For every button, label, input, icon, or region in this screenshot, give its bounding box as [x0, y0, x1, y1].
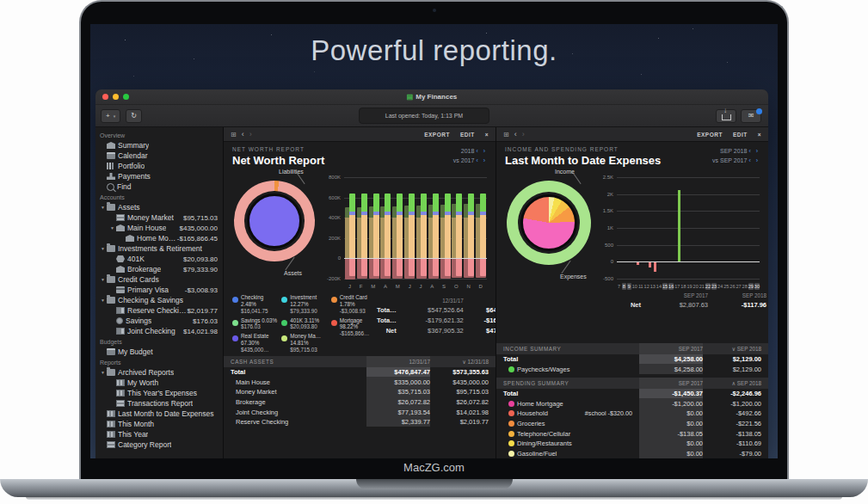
sidebar-item-archived-reports[interactable]: ▼Archived Reports [95, 367, 223, 378]
legend-item[interactable]: 401K 3.11%$20,093.80 [281, 317, 327, 331]
month-bar-group[interactable] [416, 177, 428, 279]
day-bar[interactable] [649, 262, 651, 267]
period-arrows[interactable]: ‹ › [748, 148, 760, 154]
grid-view-icon[interactable]: ⊞ [503, 131, 509, 138]
legend-item[interactable]: Mortgage 98.22%-$165,866… [331, 317, 377, 338]
table-col2-header[interactable]: ∧ SEP 2018 [703, 378, 768, 389]
net-worth-pie-chart[interactable]: LiabilitiesAssets [225, 169, 322, 291]
messages-button[interactable]: ✉ [741, 109, 761, 123]
legend-item[interactable]: Money Ma… 14.81%$95,715.03 [281, 333, 327, 353]
sidebar-item-home-mortgage[interactable]: Home Mortgage-$165,866.45 [95, 233, 223, 243]
month-bar-group[interactable] [451, 177, 463, 279]
export-button[interactable]: EXPORT [424, 132, 450, 138]
net-worth-bar-chart[interactable]: 800K600K400K200K0-200KJFMAMJJASOND [322, 175, 490, 291]
table-row[interactable]: Total$476,847.47$573,355.63 [224, 367, 496, 378]
month-bar-group[interactable] [368, 177, 380, 279]
sidebar-item-brokerage[interactable]: Brokerage$79,333.90 [95, 264, 223, 274]
sidebar-item-reserve-checking[interactable]: Reserve Checking$2,019.77 [95, 305, 223, 316]
table-row[interactable]: Total$4,258.00$2,129.00 [496, 354, 768, 365]
table-row[interactable]: Paychecks/Wages$4,258.00$2,129.00 [496, 364, 768, 374]
sidebar-item-this-year-s-expenses[interactable]: This Year's Expenses [95, 388, 223, 398]
table-row[interactable]: Home Mortgage-$1,200.00-$1,200.00 [496, 398, 768, 409]
sidebar-item-joint-checking[interactable]: Joint Checking$14,021.98 [95, 326, 223, 336]
table-row[interactable]: Telephone/Cellular-$138.05-$138.05 [496, 428, 768, 439]
legend-item[interactable]: Savings 0.03%$176.03 [232, 317, 278, 331]
period-arrows[interactable]: ‹ › [476, 148, 487, 154]
table-col2-header[interactable]: ∨ SEP 2018 [703, 343, 768, 354]
back-arrow-icon[interactable]: ‹ [514, 131, 517, 138]
day-bar[interactable] [654, 262, 656, 272]
sidebar-item-transactions-report[interactable]: Transactions Report [95, 398, 223, 409]
table-row[interactable]: Household#school -$320.00$0.00-$492.66 [496, 409, 768, 419]
disclosure-triangle-icon[interactable]: ▼ [99, 370, 107, 375]
sidebar-item-main-house[interactable]: ▼Main House$435,000.00 [95, 223, 223, 233]
day-bar[interactable] [637, 262, 639, 264]
disclosure-triangle-icon[interactable]: ▼ [99, 298, 107, 303]
table-col1-header[interactable]: 12/31/17 [366, 356, 430, 367]
period-arrows[interactable]: ‹ › [748, 157, 760, 163]
month-bar-group[interactable] [428, 177, 440, 279]
month-bar-group[interactable] [344, 177, 356, 279]
sidebar-item-this-year[interactable]: This Year [95, 429, 223, 439]
table-col1-header[interactable]: SEP 2017 [639, 343, 703, 354]
sidebar-item-find[interactable]: Find [95, 181, 223, 192]
table-col1-header[interactable]: SEP 2017 [639, 378, 703, 389]
edit-button[interactable]: EDIT [733, 132, 748, 138]
sidebar-item-money-market[interactable]: Money Market$95,715.03 [95, 212, 223, 223]
legend-item[interactable]: Investment 12.27%$79,333.90 [281, 294, 327, 315]
sidebar-item-calendar[interactable]: Calendar [95, 151, 223, 161]
sidebar-item-401k[interactable]: 401K$20,093.80 [95, 254, 223, 264]
table-row[interactable]: Gasoline/Fuel$0.00-$79.00 [496, 448, 768, 458]
refresh-button[interactable]: ↻ [126, 109, 142, 123]
sidebar-item-assets[interactable]: ▼Assets [95, 202, 223, 212]
sidebar-item-portfolio[interactable]: Portfolio [95, 161, 223, 171]
sidebar-item-savings[interactable]: Savings$176.03 [95, 316, 223, 326]
month-bar-group[interactable] [391, 177, 403, 279]
disclosure-triangle-icon[interactable]: ▼ [99, 246, 107, 251]
add-account-button[interactable]: +▾ [101, 109, 120, 123]
table-row[interactable]: Main House$335,000.00$435,000.00 [224, 377, 496, 387]
table-row[interactable]: Total-$1,450.37-$2,246.96 [496, 389, 768, 399]
sidebar-item-my-worth[interactable]: My Worth [95, 378, 223, 388]
close-panel-icon[interactable]: × [485, 132, 489, 138]
edit-button[interactable]: EDIT [460, 132, 475, 138]
disclosure-triangle-icon[interactable]: ▼ [99, 277, 107, 282]
sidebar-item-primary-visa[interactable]: Primary Visa-$3,008.93 [95, 285, 223, 295]
sidebar-item-this-month[interactable]: This Month [95, 419, 223, 429]
grid-view-icon[interactable]: ⊞ [231, 131, 237, 138]
month-bar-group[interactable] [475, 177, 487, 279]
sidebar-item-credit-cards[interactable]: ▼Credit Cards [95, 274, 223, 285]
expenses-bar-chart[interactable]: 2.5K2K1.5K1K5000-50078910111213141516171… [594, 175, 763, 291]
table-row[interactable]: Joint Checking$77,193.54$14,021.98 [224, 407, 496, 417]
legend-item[interactable]: Real Estate 67.30%$435,000… [232, 333, 278, 353]
disclosure-triangle-icon[interactable]: ▼ [108, 225, 116, 230]
forward-arrow-icon[interactable]: › [249, 131, 252, 138]
month-bar-group[interactable] [440, 177, 452, 279]
period-arrows[interactable]: ‹ › [476, 157, 487, 163]
month-bar-group[interactable] [403, 177, 416, 279]
day-bar[interactable] [678, 190, 680, 261]
sidebar-item-payments[interactable]: Payments [95, 171, 223, 181]
back-arrow-icon[interactable]: ‹ [242, 131, 244, 138]
table-row[interactable]: Brokerage$26,072.82$26,072.82 [224, 397, 496, 408]
import-button[interactable] [716, 109, 736, 123]
sidebar-item-last-month-to-date-expenses[interactable]: Last Month to Date Expenses [95, 409, 223, 419]
sidebar-item-checking-savings[interactable]: ▼Checking & Savings [95, 295, 223, 305]
month-bar-group[interactable] [356, 177, 368, 279]
table-col2-header[interactable]: ∨ 12/31/18 [430, 356, 496, 367]
export-button[interactable]: EXPORT [697, 132, 723, 138]
legend-item[interactable]: Credit Card 1.78%-$3,008.93 [331, 294, 377, 315]
close-panel-icon[interactable]: × [758, 132, 761, 138]
disclosure-triangle-icon[interactable]: ▼ [99, 205, 107, 210]
table-row[interactable]: Groceries$0.00-$221.56 [496, 419, 768, 429]
sidebar-item-category-report[interactable]: Category Report [95, 439, 223, 450]
sidebar-item-investments-retirement[interactable]: ▼Investments & Retirement [95, 243, 223, 254]
table-row[interactable]: Dining/Restaurants$0.00-$110.69 [496, 439, 768, 449]
forward-arrow-icon[interactable]: › [522, 131, 525, 138]
summary-row[interactable]: Net$2,807.63-$117.96 [496, 299, 768, 310]
month-bar-group[interactable] [463, 177, 475, 279]
table-row[interactable]: Money Market$35,715.03$95,715.03 [224, 387, 496, 397]
legend-item[interactable]: Checking 2.48%$16,041.75 [232, 294, 278, 315]
expenses-pie-chart[interactable]: IncomeExpenses [498, 169, 594, 291]
sidebar-item-my-budget[interactable]: My Budget [95, 347, 223, 357]
